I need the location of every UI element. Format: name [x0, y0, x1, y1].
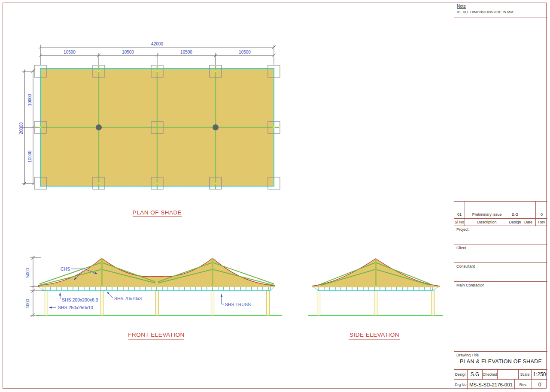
drawing-sheet: 42000 10500 10500 10500 10500 20000 1000… — [0, 0, 550, 392]
drawing-canvas: 42000 10500 10500 10500 10500 20000 1000… — [0, 0, 454, 392]
plan-title: PLAN OF SHADE — [133, 209, 182, 216]
label-shs-truss: SHS TRUSS — [225, 302, 251, 307]
drawing-title-label: Drawing Title — [454, 352, 547, 357]
label-truss-chord: SHS 200x200x6.3 — [62, 297, 98, 302]
design-info-row: Design S.G Checked Scale 1:250 — [454, 370, 547, 380]
rev-sl-no: 01 — [454, 210, 465, 218]
label-chs: CHS — [61, 266, 70, 271]
project-label: Project — [454, 226, 547, 233]
drawing-title-section: Drawing Title PLAN & ELEVATION OF SHADE — [454, 352, 547, 370]
drg-no-label: Drg No — [454, 380, 468, 389]
scale-label: Scale — [519, 370, 532, 379]
rev-value: 0 — [532, 380, 547, 389]
main-contractor-label: Main Contractor — [454, 282, 547, 289]
dim-overall-depth: 20000 — [19, 122, 24, 134]
rev-header-sl-no: Sl No — [454, 219, 465, 226]
dim-canopy-height: 5000 — [25, 268, 30, 277]
main-contractor-section: Main Contractor — [454, 282, 547, 352]
rev-rev: 0 — [536, 210, 547, 218]
consultant-label: Consultant — [454, 263, 547, 270]
notes-box: Note 01. ALL DIMENSIONS ARE IN MM — [454, 3, 547, 18]
note-item: 01. ALL DIMENSIONS ARE IN MM — [457, 10, 545, 14]
plan-view: 42000 10500 10500 10500 10500 20000 1000… — [19, 42, 280, 217]
rev-header-rev: Rev — [536, 219, 547, 226]
project-section: Project — [454, 226, 547, 244]
drg-no-info-row: Drg No MS-S-SD-2176-001 Rev. 0 — [454, 380, 547, 389]
revision-row-empty — [454, 202, 547, 210]
dim-half-depth: 10000 — [27, 94, 32, 106]
rev-header-description: Description — [465, 219, 509, 226]
empty-panel-area — [454, 18, 547, 202]
label-column: SHS 250x250x10 — [58, 305, 93, 310]
rev-date — [521, 210, 536, 218]
dim-column-height: 4000 — [25, 299, 30, 308]
side-elevation-title: SIDE ELEVATION — [349, 332, 399, 338]
front-elevation-view: 5000 4000 CHS SHS 200x200x6.3 SHS 70x70x… — [25, 256, 282, 339]
note-title: Note — [457, 4, 545, 9]
dim-bay: 10500 — [239, 50, 251, 54]
columns-side — [317, 290, 435, 315]
revision-header-row: Sl No Description Design Date Rev — [454, 219, 547, 226]
label-truss-web: SHS 70x70x3 — [114, 296, 142, 301]
mast-post-plan — [213, 124, 219, 130]
dim-overall-width: 42000 — [151, 42, 163, 46]
scale-value: 1:250 — [532, 370, 547, 379]
rev-label: Rev. — [515, 380, 532, 389]
revision-row: 01 Preliminary issue S.G 0 — [454, 210, 547, 219]
mast-post-plan — [96, 124, 102, 130]
rev-description: Preliminary issue — [465, 210, 509, 218]
design-value: S.G — [468, 370, 483, 379]
checked-value — [498, 370, 519, 379]
rev-design: S.G — [509, 210, 521, 218]
rev-header-design: Design — [509, 219, 521, 226]
drawing-title: PLAN & ELEVATION OF SHADE — [454, 359, 547, 365]
client-section: Client — [454, 244, 547, 263]
title-block-panel: Note 01. ALL DIMENSIONS ARE IN MM 01 Pre… — [454, 3, 547, 389]
design-label: Design — [454, 370, 468, 379]
rev-header-date: Date — [521, 219, 536, 226]
dim-bay: 10500 — [180, 50, 192, 54]
side-elevation-view: SIDE ELEVATION — [308, 259, 443, 339]
consultant-section: Consultant — [454, 263, 547, 282]
dim-half-depth: 10000 — [27, 151, 32, 163]
dim-bay: 10500 — [122, 50, 134, 54]
dim-bay: 10500 — [64, 50, 76, 54]
drg-no-value: MS-S-SD-2176-001 — [468, 380, 515, 389]
checked-label: Checked — [483, 370, 498, 379]
front-elevation-title: FRONT ELEVATION — [128, 332, 184, 338]
client-label: Client — [454, 244, 547, 251]
